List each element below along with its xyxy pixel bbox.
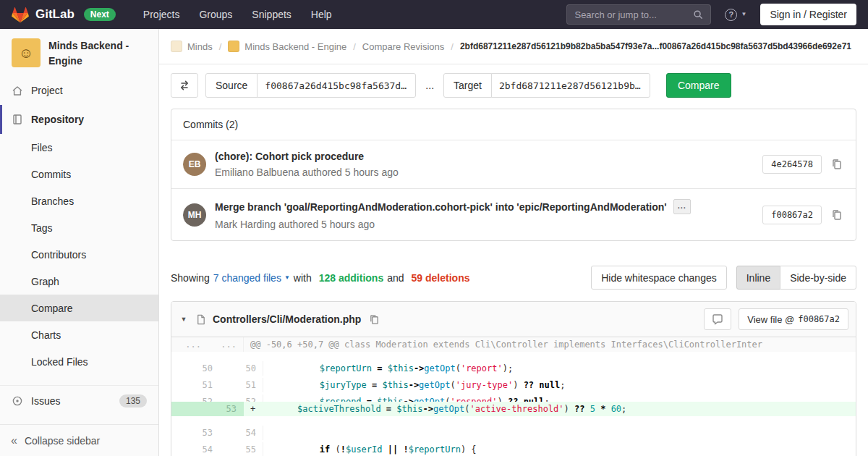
question-icon: ? [725,9,737,21]
search-input[interactable] [574,9,689,20]
chevron-down-icon: ▼ [284,275,290,281]
repository-submenu: Files Commits Branches Tags Contributors… [0,134,158,375]
and-label: and [387,272,404,284]
sign-in-button[interactable]: Sign in / Register [760,4,856,25]
chevron-down-icon: ▼ [741,12,746,17]
search-box[interactable] [566,4,711,25]
source-group: Source [205,73,416,98]
breadcrumb-compare-revisions[interactable]: Compare Revisions [362,41,444,52]
sidebar-item-repository[interactable]: Repository [0,105,158,134]
target-label[interactable]: Target [443,73,492,98]
sidebar-item-label: Issues [31,395,60,407]
commit-row: MH Merge branch 'goal/ReportingAndModera… [171,188,856,240]
group-avatar [171,41,182,52]
double-chevron-left-icon: « [11,435,17,447]
copy-icon [369,314,380,325]
sidebar-item-tags[interactable]: Tags [0,214,158,241]
logo-text: GitLab [35,7,75,22]
project-context[interactable]: ☺ Minds Backend - Engine [0,29,158,76]
nav-groups[interactable]: Groups [199,9,232,20]
top-navbar: GitLab Next Projects Groups Snippets Hel… [0,0,868,29]
old-line-number[interactable]: 53 [183,426,219,440]
old-line-number[interactable]: 51 [183,378,219,392]
sidebar-item-branches[interactable]: Branches [0,187,158,214]
sidebar-item-files[interactable]: Files [0,134,158,161]
source-input[interactable] [257,73,416,98]
old-line-number[interactable]: 54 [183,442,219,456]
swap-revisions-button[interactable] [171,73,198,98]
gitlab-logo[interactable]: GitLab Next [12,7,116,23]
sidebar-item-project[interactable]: Project [0,76,158,105]
source-label[interactable]: Source [205,73,258,98]
copy-file-path-button[interactable] [367,313,381,326]
sidebar-item-label: Repository [31,114,84,125]
old-line-number[interactable]: ... [171,337,208,352]
commit-sha[interactable]: f00867a2 [762,206,822,224]
sidebar-item-commits[interactable]: Commits [0,161,158,187]
diff-mode-toggle: Inline Side-by-side [736,266,856,290]
commits-panel: Commits (2) EB (chore): Cohort pick proc… [171,109,856,241]
new-line-number[interactable]: 55 [227,442,263,456]
diff-row: 5354 [171,416,856,433]
home-icon [12,85,23,96]
commit-actions: f00867a2 [762,206,844,224]
sidebar-item-locked-files[interactable]: Locked Files [0,348,158,375]
toggle-comments-button[interactable] [704,308,731,330]
file-icon [195,314,206,325]
new-line-number[interactable]: 50 [227,361,263,376]
nav-snippets[interactable]: Snippets [252,9,291,20]
hide-whitespace-button[interactable]: Hide whitespace changes [591,266,727,290]
nav-help[interactable]: Help [311,9,332,20]
new-line-number[interactable]: ... [208,337,244,352]
expand-commit-message-button[interactable]: ... [673,199,691,214]
diff-row: ......@@ -50,6 +50,7 @@ class Moderation… [171,337,856,352]
diff-file-panel: ▼ Controllers/Cli/Moderation.php View fi… [171,301,856,456]
help-menu[interactable]: ? ▼ [725,9,746,21]
compare-button[interactable]: Compare [666,73,731,98]
copy-sha-button[interactable] [830,208,844,222]
sidebar-item-contributors[interactable]: Contributors [0,241,158,268]
page-shell: ☺ Minds Backend - Engine Project Reposit… [0,29,868,456]
collapse-sidebar-button[interactable]: « Collapse sidebar [0,424,158,456]
sidebar-item-issues[interactable]: Issues 135 [0,385,158,415]
old-line-number[interactable] [171,402,208,416]
commit-title-link[interactable]: Merge branch 'goal/ReportingAndModeratio… [215,201,667,213]
target-group: Target [443,73,650,98]
sidebar-item-compare[interactable]: Compare [0,295,158,321]
diff-file-name[interactable]: Controllers/Cli/Moderation.php [213,313,361,325]
repository-icon [12,114,23,125]
sidebar-item-label: Project [31,85,63,96]
issues-icon [12,395,23,407]
additions-count: 128 additions [319,272,383,284]
code-line: if (!$userId || !$reportUrn) { [271,442,844,456]
code-line: $juryType = $this->getOpt('jury-type') ?… [271,378,844,392]
sidebar-item-charts[interactable]: Charts [0,321,158,348]
side-by-side-view-button[interactable]: Side-by-side [780,266,856,290]
commit-sha[interactable]: 4e264578 [762,155,822,174]
breadcrumb-project[interactable]: Minds Backend - Engine [244,41,346,52]
code-line: @@ -50,6 +50,7 @@ class Moderation exten… [244,337,856,352]
target-input[interactable] [491,73,650,98]
nav-projects[interactable]: Projects [143,9,180,20]
copy-sha-button[interactable] [830,157,844,172]
inline-view-button[interactable]: Inline [736,266,780,290]
range-dots: ... [425,80,434,91]
view-file-button[interactable]: View file @ f00867a2 [739,308,848,330]
diff-view-controls: Hide whitespace changes Inline Side-by-s… [591,266,856,290]
deletions-count: 59 deletions [412,272,470,284]
breadcrumb-group[interactable]: Minds [187,41,213,52]
code-line: + $activeThreshold = $this->getOpt('acti… [244,402,856,416]
diff-lines: ......@@ -50,6 +50,7 @@ class Moderation… [171,337,856,456]
commit-title-link[interactable]: (chore): Cohort pick procedure [215,151,364,162]
collapse-file-caret-icon[interactable]: ▼ [179,316,189,323]
issues-count-badge: 135 [119,394,147,408]
new-line-number[interactable]: 53 [208,402,244,416]
sidebar-item-graph[interactable]: Graph [0,268,158,295]
commit-info: (chore): Cohort pick procedure Emiliano … [215,151,399,178]
new-line-number[interactable]: 54 [227,426,263,440]
old-line-number[interactable]: 50 [183,361,219,376]
diff-file-header: ▼ Controllers/Cli/Moderation.php View fi… [171,302,856,337]
commit-row: EB (chore): Cohort pick procedure Emilia… [171,140,856,188]
new-line-number[interactable]: 51 [227,378,263,392]
changed-files-dropdown[interactable]: 7 changed files ▼ [213,272,290,284]
